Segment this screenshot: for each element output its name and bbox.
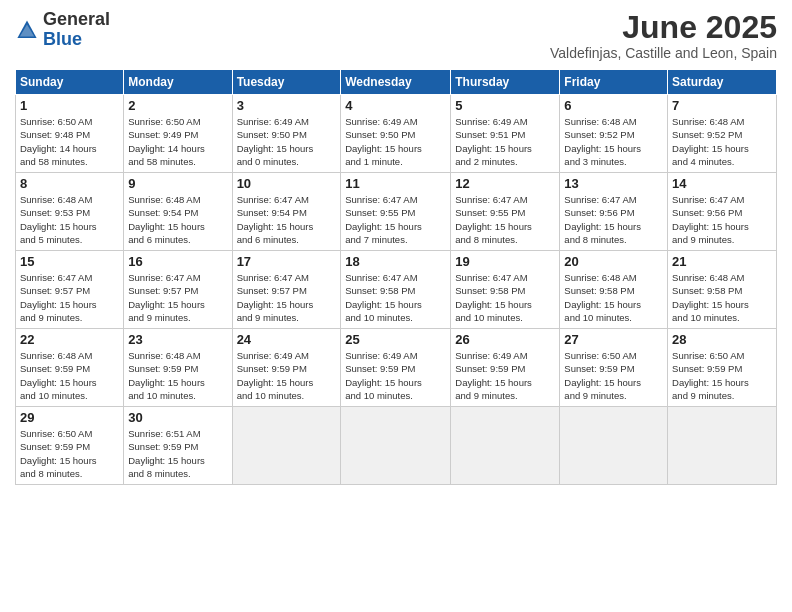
logo-blue: Blue [43,29,82,49]
col-monday: Monday [124,70,232,95]
calendar-table: Sunday Monday Tuesday Wednesday Thursday… [15,69,777,485]
day-number: 6 [564,98,663,113]
day-info: Sunrise: 6:49 AM Sunset: 9:51 PM Dayligh… [455,115,555,168]
table-row [232,407,341,485]
table-row: 19 Sunrise: 6:47 AM Sunset: 9:58 PM Dayl… [451,251,560,329]
table-row: 20 Sunrise: 6:48 AM Sunset: 9:58 PM Dayl… [560,251,668,329]
day-info: Sunrise: 6:47 AM Sunset: 9:57 PM Dayligh… [20,271,119,324]
col-tuesday: Tuesday [232,70,341,95]
day-info: Sunrise: 6:50 AM Sunset: 9:59 PM Dayligh… [20,427,119,480]
col-wednesday: Wednesday [341,70,451,95]
day-number: 20 [564,254,663,269]
day-number: 8 [20,176,119,191]
day-number: 17 [237,254,337,269]
day-number: 4 [345,98,446,113]
table-row: 13 Sunrise: 6:47 AM Sunset: 9:56 PM Dayl… [560,173,668,251]
table-row: 30 Sunrise: 6:51 AM Sunset: 9:59 PM Dayl… [124,407,232,485]
day-info: Sunrise: 6:49 AM Sunset: 9:59 PM Dayligh… [345,349,446,402]
day-number: 2 [128,98,227,113]
day-number: 19 [455,254,555,269]
table-row: 9 Sunrise: 6:48 AM Sunset: 9:54 PM Dayli… [124,173,232,251]
table-row: 10 Sunrise: 6:47 AM Sunset: 9:54 PM Dayl… [232,173,341,251]
day-number: 22 [20,332,119,347]
day-info: Sunrise: 6:48 AM Sunset: 9:53 PM Dayligh… [20,193,119,246]
page: General Blue June 2025 Valdefinjas, Cast… [0,0,792,612]
calendar-header-row: Sunday Monday Tuesday Wednesday Thursday… [16,70,777,95]
table-row: 24 Sunrise: 6:49 AM Sunset: 9:59 PM Dayl… [232,329,341,407]
calendar-week-row: 15 Sunrise: 6:47 AM Sunset: 9:57 PM Dayl… [16,251,777,329]
table-row: 7 Sunrise: 6:48 AM Sunset: 9:52 PM Dayli… [668,95,777,173]
day-info: Sunrise: 6:49 AM Sunset: 9:59 PM Dayligh… [455,349,555,402]
day-number: 21 [672,254,772,269]
table-row: 11 Sunrise: 6:47 AM Sunset: 9:55 PM Dayl… [341,173,451,251]
logo: General Blue [15,10,110,50]
day-number: 15 [20,254,119,269]
table-row: 15 Sunrise: 6:47 AM Sunset: 9:57 PM Dayl… [16,251,124,329]
day-info: Sunrise: 6:48 AM Sunset: 9:59 PM Dayligh… [20,349,119,402]
calendar-week-row: 8 Sunrise: 6:48 AM Sunset: 9:53 PM Dayli… [16,173,777,251]
col-sunday: Sunday [16,70,124,95]
day-number: 7 [672,98,772,113]
table-row: 5 Sunrise: 6:49 AM Sunset: 9:51 PM Dayli… [451,95,560,173]
table-row [341,407,451,485]
day-number: 30 [128,410,227,425]
calendar-week-row: 22 Sunrise: 6:48 AM Sunset: 9:59 PM Dayl… [16,329,777,407]
table-row [451,407,560,485]
day-number: 12 [455,176,555,191]
day-info: Sunrise: 6:50 AM Sunset: 9:59 PM Dayligh… [672,349,772,402]
table-row: 21 Sunrise: 6:48 AM Sunset: 9:58 PM Dayl… [668,251,777,329]
day-info: Sunrise: 6:49 AM Sunset: 9:59 PM Dayligh… [237,349,337,402]
day-number: 24 [237,332,337,347]
table-row: 3 Sunrise: 6:49 AM Sunset: 9:50 PM Dayli… [232,95,341,173]
table-row: 25 Sunrise: 6:49 AM Sunset: 9:59 PM Dayl… [341,329,451,407]
day-number: 9 [128,176,227,191]
day-info: Sunrise: 6:47 AM Sunset: 9:58 PM Dayligh… [345,271,446,324]
day-info: Sunrise: 6:47 AM Sunset: 9:58 PM Dayligh… [455,271,555,324]
day-info: Sunrise: 6:50 AM Sunset: 9:48 PM Dayligh… [20,115,119,168]
day-info: Sunrise: 6:47 AM Sunset: 9:54 PM Dayligh… [237,193,337,246]
day-info: Sunrise: 6:50 AM Sunset: 9:49 PM Dayligh… [128,115,227,168]
day-info: Sunrise: 6:48 AM Sunset: 9:58 PM Dayligh… [564,271,663,324]
day-info: Sunrise: 6:49 AM Sunset: 9:50 PM Dayligh… [345,115,446,168]
day-info: Sunrise: 6:47 AM Sunset: 9:57 PM Dayligh… [128,271,227,324]
day-info: Sunrise: 6:48 AM Sunset: 9:52 PM Dayligh… [672,115,772,168]
day-number: 10 [237,176,337,191]
logo-icon [15,18,39,42]
table-row: 16 Sunrise: 6:47 AM Sunset: 9:57 PM Dayl… [124,251,232,329]
table-row [560,407,668,485]
calendar-week-row: 1 Sunrise: 6:50 AM Sunset: 9:48 PM Dayli… [16,95,777,173]
day-info: Sunrise: 6:48 AM Sunset: 9:52 PM Dayligh… [564,115,663,168]
table-row [668,407,777,485]
col-thursday: Thursday [451,70,560,95]
day-number: 27 [564,332,663,347]
day-number: 25 [345,332,446,347]
table-row: 8 Sunrise: 6:48 AM Sunset: 9:53 PM Dayli… [16,173,124,251]
table-row: 26 Sunrise: 6:49 AM Sunset: 9:59 PM Dayl… [451,329,560,407]
day-info: Sunrise: 6:47 AM Sunset: 9:55 PM Dayligh… [345,193,446,246]
table-row: 28 Sunrise: 6:50 AM Sunset: 9:59 PM Dayl… [668,329,777,407]
logo-general: General [43,9,110,29]
day-info: Sunrise: 6:49 AM Sunset: 9:50 PM Dayligh… [237,115,337,168]
day-number: 18 [345,254,446,269]
day-info: Sunrise: 6:48 AM Sunset: 9:58 PM Dayligh… [672,271,772,324]
table-row: 29 Sunrise: 6:50 AM Sunset: 9:59 PM Dayl… [16,407,124,485]
day-number: 26 [455,332,555,347]
day-info: Sunrise: 6:47 AM Sunset: 9:56 PM Dayligh… [564,193,663,246]
table-row: 1 Sunrise: 6:50 AM Sunset: 9:48 PM Dayli… [16,95,124,173]
month-title: June 2025 [550,10,777,45]
table-row: 6 Sunrise: 6:48 AM Sunset: 9:52 PM Dayli… [560,95,668,173]
table-row: 18 Sunrise: 6:47 AM Sunset: 9:58 PM Dayl… [341,251,451,329]
day-number: 14 [672,176,772,191]
table-row: 2 Sunrise: 6:50 AM Sunset: 9:49 PM Dayli… [124,95,232,173]
table-row: 22 Sunrise: 6:48 AM Sunset: 9:59 PM Dayl… [16,329,124,407]
day-info: Sunrise: 6:47 AM Sunset: 9:57 PM Dayligh… [237,271,337,324]
calendar-week-row: 29 Sunrise: 6:50 AM Sunset: 9:59 PM Dayl… [16,407,777,485]
day-number: 23 [128,332,227,347]
day-number: 5 [455,98,555,113]
table-row: 27 Sunrise: 6:50 AM Sunset: 9:59 PM Dayl… [560,329,668,407]
logo-text: General Blue [43,10,110,50]
day-info: Sunrise: 6:48 AM Sunset: 9:54 PM Dayligh… [128,193,227,246]
day-info: Sunrise: 6:50 AM Sunset: 9:59 PM Dayligh… [564,349,663,402]
location: Valdefinjas, Castille and Leon, Spain [550,45,777,61]
title-block: June 2025 Valdefinjas, Castille and Leon… [550,10,777,61]
